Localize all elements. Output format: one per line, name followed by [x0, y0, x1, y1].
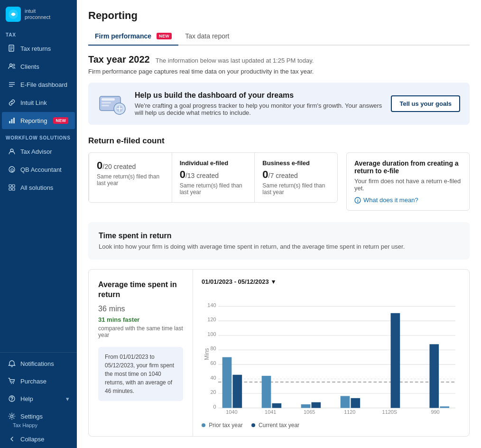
- bar-chart: Mins 0 20 40 60 80 100 120 140: [202, 292, 461, 416]
- chart-icon: [8, 116, 16, 125]
- sidebar-item-label: Tax Advisor: [20, 148, 52, 155]
- sidebar-item-all-solutions[interactable]: All solutions: [2, 179, 75, 196]
- legend-prior-dot: [202, 423, 205, 427]
- bar-1065-prior: [301, 404, 311, 408]
- avg-dur-title: Average duration from creating a return …: [354, 159, 462, 175]
- file-icon: [8, 44, 16, 53]
- sidebar-item-label: Clients: [20, 63, 39, 70]
- bar-1041-current: [272, 403, 282, 408]
- advisor-icon: [8, 147, 16, 156]
- sidebar-item-tax-advisor[interactable]: Tax Advisor: [2, 143, 75, 160]
- efile-cards-inner: 0/20 created Same return(s) filed than l…: [89, 153, 337, 202]
- bar-1120-prior: [341, 396, 350, 408]
- time-section: Time spent in return Look into how your …: [88, 222, 470, 260]
- year-subtitle: The information below was last updated a…: [156, 57, 314, 64]
- link-icon: [8, 98, 16, 107]
- svg-point-23: [11, 400, 12, 401]
- sidebar-item-label: Tax returns: [20, 45, 51, 52]
- svg-text:20: 20: [210, 389, 216, 395]
- svg-text:140: 140: [207, 302, 216, 308]
- avg-dur-link[interactable]: i What does it mean?: [354, 196, 462, 204]
- chart-area: Mins 0 20 40 60 80 100 120 140: [202, 292, 461, 429]
- svg-point-20: [11, 383, 12, 384]
- year-row: Tax year 2022 The information below was …: [88, 54, 470, 65]
- svg-rect-18: [9, 188, 11, 190]
- help-icon: [8, 394, 16, 403]
- efile-num-business: 0/7 created: [262, 168, 330, 181]
- svg-text:0: 0: [213, 404, 216, 410]
- legend-current-dot: [251, 423, 255, 427]
- efile-card-business: Business e-filed 0/7 created Same return…: [255, 153, 337, 202]
- tab-tax-data-report[interactable]: Tax data report: [178, 28, 236, 46]
- grid-icon: [8, 183, 16, 192]
- avg-time-label: Average time spent in return: [98, 280, 183, 300]
- legend-prior: Prior tax year: [202, 422, 243, 429]
- app-logo: intuit proconnect: [0, 0, 77, 27]
- sidebar-item-label: Intuit Link: [20, 99, 47, 106]
- bar-1040-prior: [222, 357, 232, 408]
- date-range-button[interactable]: 01/01/2023 - 05/12/2023 ▾: [202, 278, 275, 285]
- sidebar-item-label: Purchase: [20, 378, 46, 385]
- efile-card-total: 0/20 created Same return(s) filed than l…: [89, 153, 172, 202]
- avg-duration-card: Average duration from creating a return …: [346, 152, 470, 211]
- sidebar-item-tax-returns[interactable]: Tax returns: [2, 40, 75, 57]
- sidebar-item-label: Collapse: [20, 436, 45, 443]
- svg-text:Mins: Mins: [204, 348, 210, 360]
- sidebar-item-label: QB Accountant: [20, 166, 62, 173]
- sidebar-item-help[interactable]: Help ▾: [2, 390, 75, 407]
- sidebar-item-label: Notifications: [20, 360, 54, 367]
- sidebar: intuit proconnect TAX Tax returns Client…: [0, 0, 77, 448]
- sidebar-item-label: Reporting: [20, 117, 47, 124]
- settings-subtitle: Tax Happy: [13, 422, 77, 430]
- sidebar-item-efile-dashboard[interactable]: E-File dashboard: [2, 76, 75, 93]
- efile-num-total: 0/20 created: [97, 159, 164, 172]
- svg-point-6: [13, 64, 15, 66]
- svg-rect-27: [102, 102, 111, 103]
- sidebar-item-qb-accountant[interactable]: Q QB Accountant: [2, 161, 75, 178]
- svg-text:1065: 1065: [304, 409, 315, 415]
- sidebar-item-intuit-link[interactable]: Intuit Link: [2, 94, 75, 111]
- sidebar-item-notifications[interactable]: Notifications: [2, 355, 75, 372]
- svg-point-21: [13, 383, 14, 384]
- efile-num-individual: 0/13 created: [180, 168, 247, 181]
- svg-rect-12: [13, 118, 15, 123]
- svg-text:60: 60: [210, 360, 216, 366]
- people-icon: [8, 62, 16, 71]
- logo-proconnect: proconnect: [25, 14, 50, 20]
- svg-point-5: [10, 64, 12, 66]
- sidebar-item-clients[interactable]: Clients: [2, 58, 75, 75]
- efile-label-business: Business e-filed: [262, 159, 330, 167]
- list-icon: [8, 80, 16, 89]
- reporting-badge: NEW: [53, 117, 68, 124]
- tab-new-badge: NEW: [157, 33, 172, 39]
- bar-1120s-current: [391, 313, 400, 408]
- avg-time-card: Average time spent in return 36 mins 31 …: [88, 269, 470, 437]
- svg-text:i: i: [357, 198, 359, 203]
- banner-title: Help us build the dashboard of your drea…: [135, 91, 382, 100]
- svg-text:1041: 1041: [265, 409, 276, 415]
- cart-icon: [8, 377, 16, 385]
- avg-time-right: 01/01/2023 - 05/12/2023 ▾ Mins 0 20 40 6…: [193, 270, 469, 436]
- sidebar-item-purchase[interactable]: Purchase: [2, 373, 75, 390]
- svg-rect-19: [12, 188, 15, 190]
- tell-us-goals-button[interactable]: Tell us your goals: [391, 95, 460, 112]
- sidebar-bottom: Notifications Purchase Help ▾ Settings T…: [0, 352, 77, 448]
- chart-legend: Prior tax year Current tax year: [202, 422, 461, 429]
- svg-rect-10: [9, 121, 10, 123]
- svg-text:990: 990: [431, 409, 439, 415]
- sidebar-item-label: Settings: [20, 413, 43, 420]
- bar-990-prior: [440, 406, 449, 408]
- sidebar-item-collapse[interactable]: Collapse: [2, 430, 75, 448]
- avg-time-faster: 31 mins faster: [98, 316, 183, 323]
- banner-text: Help us build the dashboard of your drea…: [135, 91, 382, 116]
- collapse-icon: [8, 435, 16, 443]
- sidebar-item-reporting[interactable]: Reporting NEW: [2, 112, 75, 129]
- tab-firm-performance-label: Firm performance: [95, 32, 151, 40]
- efile-sub-individual: Same return(s) filed than last year: [180, 182, 247, 196]
- bar-990-current: [429, 344, 439, 408]
- tab-firm-performance[interactable]: Firm performance NEW: [88, 28, 178, 46]
- avg-time-unit: mins: [109, 305, 125, 313]
- qb-icon: Q: [8, 165, 16, 174]
- efile-section-title: Return e-filed count: [88, 136, 470, 146]
- svg-text:100: 100: [207, 331, 216, 337]
